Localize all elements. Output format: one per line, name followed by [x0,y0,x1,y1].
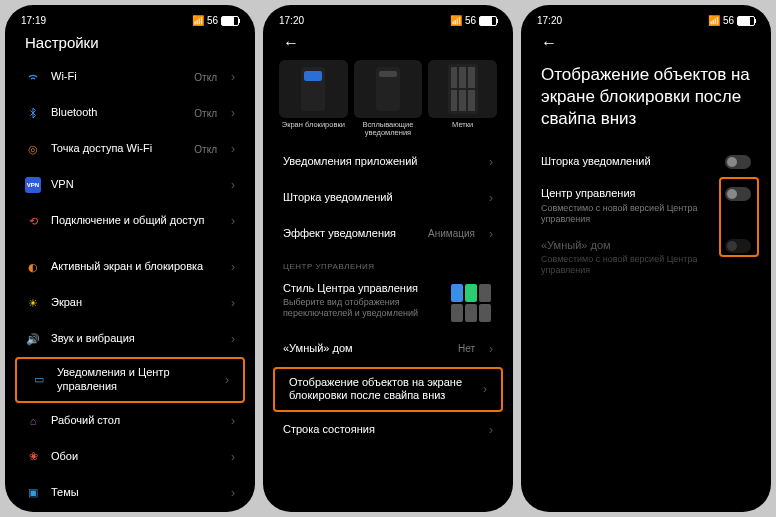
chevron-right-icon: › [489,155,493,169]
item-cc-style[interactable]: Стиль Центра управления Выберите вид ото… [269,275,507,331]
chevron-right-icon: › [225,373,229,387]
item-value: Откл [194,72,217,83]
item-value: Анимация [428,228,475,239]
aod-icon: ◐ [25,259,41,275]
status-bar: 17:20 📶 56 [527,11,765,28]
item-app-notifications[interactable]: Уведомления приложений › [269,144,507,180]
item-label: Шторка уведомлений [283,191,479,205]
chevron-right-icon: › [231,214,235,228]
screen-2: 17:20 📶 56 ← Экран блокировки Всплывающи… [269,11,507,506]
chevron-right-icon: › [231,414,235,428]
back-button[interactable]: ← [283,34,299,52]
chevron-right-icon: › [489,191,493,205]
battery-icon [221,16,239,26]
item-label: Активный экран и блокировка [51,260,221,274]
notifications-icon: ▭ [31,372,47,388]
signal-value: 56 [723,15,734,26]
item-label: Уведомления и Центр управления [57,366,215,394]
phone-frame-1: 17:19 📶 56 Настройки Wi-Fi Откл › Blueto… [5,5,255,512]
signal-icon: 📶 [708,15,720,26]
themes-icon: ▣ [25,485,41,501]
item-label: VPN [51,178,221,192]
item-label: Центр управления [541,187,715,201]
item-label: Темы [51,486,221,500]
chevron-right-icon: › [231,178,235,192]
chevron-right-icon: › [231,106,235,120]
header: ← [527,28,765,60]
item-label: Точка доступа Wi-Fi [51,142,184,156]
item-value: Откл [194,108,217,119]
back-button[interactable]: ← [541,34,557,52]
item-vpn[interactable]: VPN VPN › [11,167,249,203]
item-smart-home[interactable]: «Умный» дом Нет › [269,331,507,367]
page-title: Отображение объектов на экране блокировк… [527,60,765,144]
battery-icon [479,16,497,26]
thumb-lockscreen[interactable]: Экран блокировки [279,60,348,138]
item-label: Bluetooth [51,106,184,120]
phone-frame-2: 17:20 📶 56 ← Экран блокировки Всплывающи… [263,5,513,512]
item-notification-effect[interactable]: Эффект уведомления Анимация › [269,216,507,252]
chevron-right-icon: › [231,142,235,156]
chevron-right-icon: › [489,423,493,437]
toggle-switch[interactable] [725,187,751,201]
hotspot-icon: ◎ [25,141,41,157]
chevron-right-icon: › [231,486,235,500]
toggle-switch[interactable] [725,155,751,169]
item-wallpaper[interactable]: ❀ Обои › [11,439,249,475]
chevron-right-icon: › [483,382,487,396]
item-smarthome-toggle: «Умный» дом Совместимо с новой версией Ц… [527,232,765,283]
battery-icon [737,16,755,26]
thumb-badges[interactable]: Метки [428,60,497,138]
item-sub: Совместимо с новой версией Центра управл… [541,254,715,276]
phone-frame-3: 17:20 📶 56 ← Отображение объектов на экр… [521,5,771,512]
share-icon: ⟲ [25,213,41,229]
item-label: Эффект уведомления [283,227,418,241]
item-notification-shade[interactable]: Шторка уведомлений › [269,180,507,216]
chevron-right-icon: › [231,296,235,310]
item-home[interactable]: ⌂ Рабочий стол › [11,403,249,439]
thumb-label: Всплывающие уведомления [354,121,423,138]
wallpaper-icon: ❀ [25,449,41,465]
screen-3: 17:20 📶 56 ← Отображение объектов на экр… [527,11,765,506]
item-lock-display[interactable]: Отображение объектов на экране блокировк… [275,369,501,411]
chevron-right-icon: › [231,70,235,84]
item-aod[interactable]: ◐ Активный экран и блокировка › [11,249,249,285]
item-bluetooth[interactable]: Bluetooth Откл › [11,95,249,131]
status-bar: 17:20 📶 56 [269,11,507,28]
item-display[interactable]: ☀ Экран › [11,285,249,321]
toggle-switch-disabled [725,239,751,253]
thumb-label: Экран блокировки [279,121,348,129]
item-label: «Умный» дом [541,239,715,253]
cc-preview-icon [449,282,493,324]
item-label: «Умный» дом [283,342,448,356]
item-status-line[interactable]: Cтрока состояния › [269,412,507,448]
signal-value: 56 [465,15,476,26]
item-label: Cтрока состояния [283,423,479,437]
item-label: Подключение и общий доступ [51,214,221,228]
vpn-icon: VPN [25,177,41,193]
item-hotspot[interactable]: ◎ Точка доступа Wi-Fi Откл › [11,131,249,167]
status-time: 17:20 [537,15,562,26]
bluetooth-icon [25,105,41,121]
status-time: 17:19 [21,15,46,26]
thumb-popup[interactable]: Всплывающие уведомления [354,60,423,138]
status-time: 17:20 [279,15,304,26]
header: Настройки [11,28,249,59]
item-sharing[interactable]: ⟲ Подключение и общий доступ › [11,203,249,239]
wifi-icon [25,69,41,85]
settings-list: Wi-Fi Откл › Bluetooth Откл › ◎ Точка до… [11,59,249,506]
item-themes[interactable]: ▣ Темы › [11,475,249,507]
signal-icon: 📶 [450,15,462,26]
item-notifications-cc[interactable]: ▭ Уведомления и Центр управления › [17,359,243,401]
item-shade-toggle[interactable]: Шторка уведомлений [527,144,765,180]
thumb-label: Метки [428,121,497,129]
item-wifi[interactable]: Wi-Fi Откл › [11,59,249,95]
thumbnail-row: Экран блокировки Всплывающие уведомления… [269,60,507,144]
item-label: Шторка уведомлений [541,155,715,169]
signal-icon: 📶 [192,15,204,26]
screen-1: 17:19 📶 56 Настройки Wi-Fi Откл › Blueto… [11,11,249,506]
page-title: Настройки [25,34,99,51]
signal-value: 56 [207,15,218,26]
item-sound[interactable]: 🔊 Звук и вибрация › [11,321,249,357]
status-bar: 17:19 📶 56 [11,11,249,28]
